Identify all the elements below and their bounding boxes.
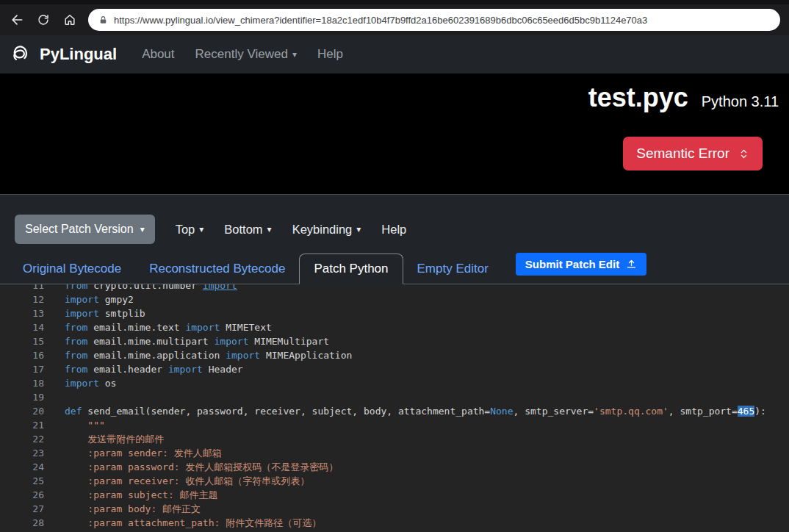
line-number: 23 [0, 446, 44, 460]
line-number: 18 [0, 376, 44, 390]
code-line: 11from crypto.util.number import [0, 284, 789, 292]
browser-chrome: https://www.pylingual.io/view_chimera?id… [0, 0, 789, 35]
hero-title: test.pyc Python 3.11 [588, 82, 779, 113]
back-button[interactable] [4, 7, 29, 32]
code-line: 22 发送带附件的邮件 [0, 432, 789, 446]
code-text: def send_email(sender, password, receive… [44, 404, 766, 418]
toolbar-item-label: Bottom [224, 223, 262, 237]
caret-down-icon: ▾ [267, 225, 272, 234]
semantic-error-button[interactable]: Semantic Error [623, 137, 763, 170]
navbar-items: AboutRecently Viewed▾Help [142, 47, 364, 62]
caret-down-icon: ▾ [140, 225, 145, 234]
code-line: 17from email.header import Header [0, 362, 789, 376]
code-text: """ [44, 418, 105, 432]
code-text: :param body: 邮件正文 [44, 502, 201, 516]
code-text: import os [44, 376, 116, 390]
code-text: from email.mime.multipart import MIMEMul… [44, 334, 329, 348]
toolbar-item-top[interactable]: Top▾ [176, 223, 204, 237]
toolbar-item-help[interactable]: Help [381, 223, 406, 237]
line-number: 25 [0, 474, 44, 488]
refresh-button[interactable] [31, 7, 56, 32]
toolbar-item-keybinding[interactable]: Keybinding▾ [292, 223, 361, 237]
refresh-icon [37, 13, 50, 26]
code-text: :param receiver: 收件人邮箱（字符串或列表） [44, 474, 309, 488]
code-text: :param subject: 邮件主题 [44, 488, 218, 502]
line-number: 14 [0, 320, 44, 334]
python-version: Python 3.11 [702, 93, 779, 110]
line-number: 21 [0, 418, 44, 432]
line-number: 15 [0, 334, 44, 348]
tab-empty-editor[interactable]: Empty Editor [403, 254, 502, 284]
line-number: 26 [0, 488, 44, 502]
toolbar-item-label: Help [381, 223, 406, 237]
code-text: import gmpy2 [44, 292, 134, 306]
unfold-more-icon [738, 147, 749, 161]
pylingual-logo-icon [10, 44, 32, 65]
address-bar[interactable]: https://www.pylingual.io/view_chimera?id… [88, 9, 780, 31]
home-button[interactable] [57, 7, 82, 32]
toolbar-item-label: Keybinding [292, 223, 353, 237]
home-icon [62, 12, 77, 27]
select-patch-version-label: Select Patch Version [25, 223, 134, 236]
code-text: from email.header import Header [44, 362, 243, 376]
submit-patch-edit-label: Submit Patch Edit [525, 258, 619, 270]
code-line: 26 :param subject: 邮件主题 [0, 488, 789, 502]
tab-bar: Original BytecodeReconstructed BytecodeP… [0, 250, 789, 284]
nav-item-label: Recently Viewed [195, 47, 288, 62]
url-text: https://www.pylingual.io/view_chimera?id… [114, 15, 647, 26]
code-line: 28 :param attachment_path: 附件文件路径（可选） [0, 516, 789, 530]
caret-down-icon: ▾ [292, 50, 297, 59]
code-text [44, 390, 65, 404]
code-line: 15from email.mime.multipart import MIMEM… [0, 334, 789, 348]
submit-patch-edit-button[interactable]: Submit Patch Edit [516, 253, 646, 276]
code-text: 发送带附件的邮件 [44, 432, 164, 446]
navbar: PyLingual AboutRecently Viewed▾Help [0, 35, 789, 73]
back-icon [10, 12, 24, 27]
nav-item-recently-viewed[interactable]: Recently Viewed▾ [195, 47, 297, 62]
code-text: :param password: 发件人邮箱授权码（不是登录密码） [44, 460, 338, 474]
code-line: 16from email.mime.application import MIM… [0, 348, 789, 362]
line-number: 12 [0, 292, 44, 306]
tab-patch-python[interactable]: Patch Python [299, 254, 403, 284]
semantic-error-label: Semantic Error [636, 145, 729, 162]
patch-toolbar: Select Patch Version ▾ Top▾Bottom▾Keybin… [0, 194, 789, 250]
code-text: import smtplib [44, 306, 145, 320]
nav-item-help[interactable]: Help [317, 47, 343, 62]
tab-original-bytecode[interactable]: Original Bytecode [9, 254, 135, 284]
select-patch-version-button[interactable]: Select Patch Version ▾ [15, 215, 155, 244]
brand-name: PyLingual [40, 45, 117, 64]
line-number: 16 [0, 348, 44, 362]
code-line: 27 :param body: 邮件正文 [0, 502, 789, 516]
line-number: 28 [0, 516, 44, 530]
code-text: :param attachment_path: 附件文件路径（可选） [44, 516, 321, 530]
nav-item-about[interactable]: About [142, 47, 174, 62]
upload-icon [626, 259, 637, 270]
code-line: 21 """ [0, 418, 789, 432]
code-text: from email.mime.text import MIMEText [44, 320, 272, 334]
line-number: 24 [0, 460, 44, 474]
code-line: 18import os [0, 376, 789, 390]
tab-reconstructed-bytecode[interactable]: Reconstructed Bytecode [135, 254, 299, 284]
toolbar-item-bottom[interactable]: Bottom▾ [224, 223, 271, 237]
code-line: 14from email.mime.text import MIMEText [0, 320, 789, 334]
line-number: 19 [0, 390, 44, 404]
code-line: 23 :param sender: 发件人邮箱 [0, 446, 789, 460]
line-number: 22 [0, 432, 44, 446]
code-editor[interactable]: 11from crypto.util.number import12import… [0, 284, 789, 532]
code-line: 25 :param receiver: 收件人邮箱（字符串或列表） [0, 474, 789, 488]
toolbar-items: Top▾Bottom▾Keybinding▾Help [176, 215, 407, 244]
filename: test.pyc [588, 82, 688, 113]
caret-down-icon: ▾ [356, 225, 361, 234]
code-lines: 11from crypto.util.number import12import… [0, 284, 789, 532]
line-number: 17 [0, 362, 44, 376]
code-text: :param sender: 发件人邮箱 [44, 446, 222, 460]
code-line: 19 [0, 390, 789, 404]
lock-icon [98, 15, 108, 25]
code-line: 12import gmpy2 [0, 292, 789, 306]
nav-item-label: About [142, 47, 174, 62]
nav-item-label: Help [317, 47, 343, 62]
tabs-list: Original BytecodeReconstructed BytecodeP… [9, 254, 502, 284]
brand[interactable]: PyLingual [10, 44, 117, 65]
code-line: 20def send_email(sender, password, recei… [0, 404, 789, 418]
code-line: 13import smtplib [0, 306, 789, 320]
